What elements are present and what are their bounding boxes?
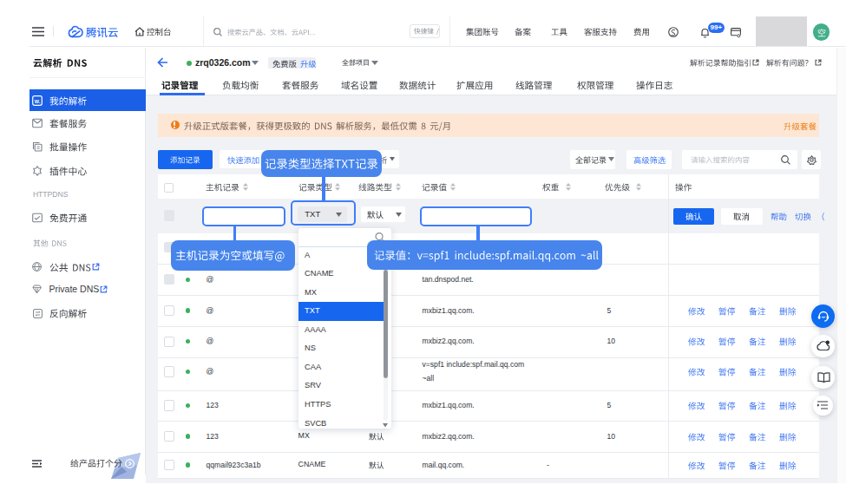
svg-text:W.: W.	[35, 99, 41, 104]
